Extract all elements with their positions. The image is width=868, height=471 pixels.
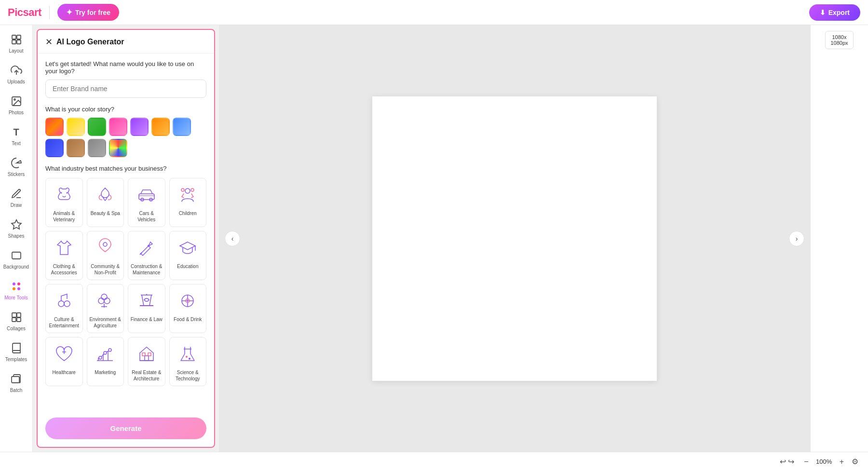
panel-title: AI Logo Generator bbox=[56, 38, 124, 46]
zoom-in-button[interactable]: + bbox=[838, 456, 846, 468]
settings-button[interactable]: ⚙ bbox=[850, 455, 860, 468]
environment-icon bbox=[93, 288, 118, 313]
construction-icon bbox=[134, 235, 159, 260]
industry-grid: Animals &Veterinary Beauty & Spa bbox=[45, 178, 206, 386]
industry-beauty[interactable]: Beauty & Spa bbox=[87, 178, 124, 227]
svg-point-10 bbox=[17, 283, 20, 285]
photos-icon bbox=[10, 94, 23, 108]
background-icon bbox=[10, 249, 23, 262]
industry-animals[interactable]: Animals &Veterinary bbox=[45, 178, 83, 227]
sidebar-item-label: Background bbox=[3, 264, 29, 270]
sidebar-item-label: Collages bbox=[7, 326, 26, 332]
svg-point-31 bbox=[58, 301, 64, 307]
sidebar-item-label: Draw bbox=[11, 202, 22, 208]
cars-icon bbox=[134, 182, 159, 207]
more-tools-icon bbox=[10, 280, 23, 293]
svg-rect-3 bbox=[17, 40, 21, 44]
panel-close-button[interactable]: ✕ bbox=[45, 37, 53, 47]
svg-line-52 bbox=[101, 354, 104, 357]
panel-body: Let's get started! What name would you l… bbox=[38, 54, 214, 417]
industry-science[interactable]: Science &Technology bbox=[169, 337, 207, 386]
sidebar-item-label: Text bbox=[12, 141, 20, 147]
industry-marketing[interactable]: Marketing bbox=[87, 337, 124, 386]
sidebar-item-label: Stickers bbox=[8, 172, 25, 177]
food-icon bbox=[175, 288, 200, 313]
sidebar-item-text[interactable]: T Text bbox=[2, 121, 31, 150]
industry-culture[interactable]: Culture &Entertainment bbox=[45, 284, 83, 333]
canvas-next-button[interactable]: › bbox=[789, 231, 804, 246]
sidebar-item-shapes[interactable]: Shapes bbox=[2, 214, 31, 243]
zoom-out-button[interactable]: − bbox=[802, 456, 810, 468]
color-swatch-brown[interactable] bbox=[67, 139, 85, 157]
industry-children[interactable]: Children bbox=[169, 178, 207, 227]
industry-name: Culture &Entertainment bbox=[49, 316, 79, 329]
industry-cars[interactable]: Cars & Vehicles bbox=[128, 178, 165, 227]
templates-icon bbox=[10, 341, 23, 355]
industry-name: Education bbox=[177, 263, 198, 269]
color-swatch-multicolor[interactable] bbox=[109, 139, 127, 157]
color-swatch-orange[interactable] bbox=[151, 118, 170, 136]
canvas-prev-button[interactable]: ‹ bbox=[225, 231, 240, 246]
industry-education[interactable]: Education bbox=[169, 231, 207, 280]
try-free-button[interactable]: ✦ Try for free bbox=[57, 4, 119, 21]
industry-environment[interactable]: Environment &Agriculture bbox=[87, 284, 124, 333]
color-swatch-yellow[interactable] bbox=[67, 118, 85, 136]
svg-point-11 bbox=[13, 287, 15, 290]
svg-point-6 bbox=[14, 99, 15, 100]
color-section-label: What is your color story? bbox=[45, 106, 206, 113]
color-grid bbox=[45, 118, 206, 157]
undo-button[interactable]: ↩ bbox=[780, 457, 786, 466]
color-swatch-pink[interactable] bbox=[109, 118, 127, 136]
sidebar-item-uploads[interactable]: Uploads bbox=[2, 60, 31, 89]
industry-healthcare[interactable]: Healthcare bbox=[45, 337, 83, 386]
industry-construction[interactable]: Construction &Maintenance bbox=[128, 231, 165, 280]
sidebar-item-background[interactable]: Background bbox=[2, 245, 31, 274]
stickers-icon bbox=[10, 156, 23, 170]
svg-rect-0 bbox=[12, 35, 16, 39]
industry-name: Beauty & Spa bbox=[91, 210, 120, 216]
industry-finance[interactable]: Finance & Law bbox=[128, 284, 165, 333]
sidebar-item-batch[interactable]: Batch bbox=[2, 368, 31, 397]
uploads-icon bbox=[10, 64, 23, 77]
science-icon bbox=[175, 341, 200, 366]
color-swatch-green[interactable] bbox=[88, 118, 106, 136]
draw-icon bbox=[10, 187, 23, 201]
sidebar-item-photos[interactable]: Photos bbox=[2, 91, 31, 120]
industry-community[interactable]: Community &Non-Profit bbox=[87, 231, 124, 280]
svg-marker-7 bbox=[12, 220, 21, 229]
sidebar-item-stickers[interactable]: Stickers bbox=[2, 152, 31, 181]
prompt-label: Let's get started! What name would you l… bbox=[45, 60, 206, 75]
brand-name-input[interactable] bbox=[45, 80, 206, 98]
sidebar-item-templates[interactable]: Templates bbox=[2, 337, 31, 366]
color-swatch-gray[interactable] bbox=[88, 139, 106, 157]
svg-point-34 bbox=[104, 298, 110, 304]
svg-point-27 bbox=[103, 242, 107, 246]
culture-icon bbox=[52, 288, 77, 313]
export-button[interactable]: ⬇ Export bbox=[809, 4, 860, 21]
sidebar-item-layout[interactable]: Layout bbox=[2, 29, 31, 58]
sidebar-item-label: Photos bbox=[9, 110, 24, 116]
sidebar-item-collages[interactable]: Collages bbox=[2, 307, 31, 336]
industry-clothing[interactable]: Clothing &Accessories bbox=[45, 231, 83, 280]
industry-name: Environment &Agriculture bbox=[89, 316, 121, 329]
color-swatch-purple[interactable] bbox=[130, 118, 149, 136]
svg-point-28 bbox=[148, 245, 149, 247]
svg-point-64 bbox=[189, 358, 190, 360]
svg-point-24 bbox=[185, 188, 190, 193]
svg-point-26 bbox=[191, 188, 194, 191]
animals-icon bbox=[52, 182, 77, 207]
generate-button[interactable]: Generate bbox=[45, 417, 206, 439]
marketing-icon bbox=[93, 341, 118, 366]
color-swatch-blue[interactable] bbox=[173, 118, 191, 136]
color-swatch-navy[interactable] bbox=[45, 139, 64, 157]
svg-rect-8 bbox=[12, 252, 21, 259]
svg-rect-16 bbox=[17, 318, 21, 322]
sidebar-item-more-tools[interactable]: More Tools bbox=[2, 276, 31, 305]
industry-food[interactable]: Food & Drink bbox=[169, 284, 207, 333]
beauty-icon bbox=[93, 182, 118, 207]
industry-realestate[interactable]: Real Estate &Architecture bbox=[128, 337, 165, 386]
healthcare-icon bbox=[52, 341, 77, 366]
redo-button[interactable]: ↪ bbox=[788, 457, 794, 466]
color-swatch-warm[interactable] bbox=[45, 118, 64, 136]
sidebar-item-draw[interactable]: Draw bbox=[2, 183, 31, 212]
